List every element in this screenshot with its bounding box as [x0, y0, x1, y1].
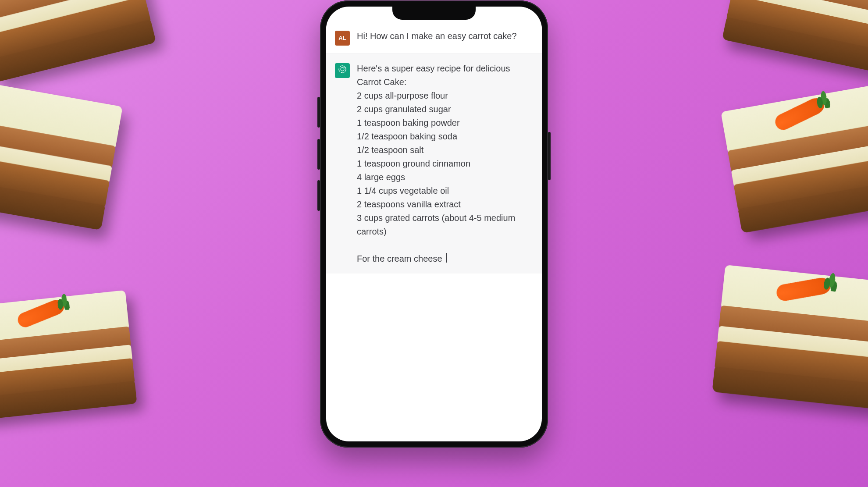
assistant-message-text: Here's a super easy recipe for delicious…: [357, 62, 532, 266]
ingredient-line: 1/2 teaspoon salt: [357, 143, 532, 157]
user-avatar: AL: [335, 31, 350, 46]
cake-slice: [721, 82, 868, 233]
user-message-text: Hi! How can I make an easy carrot cake?: [357, 29, 532, 46]
cake-slice: [0, 77, 123, 230]
chat-thread[interactable]: AL Hi! How can I make an easy carrot cak…: [326, 7, 542, 441]
cake-slice: [0, 0, 156, 82]
message-assistant: Here's a super easy recipe for delicious…: [326, 53, 542, 274]
typing-cursor-icon: [446, 253, 447, 263]
assistant-avatar: [335, 63, 350, 78]
ingredient-line: 2 teaspoons vanilla extract: [357, 198, 532, 211]
svg-point-0: [341, 68, 344, 71]
ingredient-line: 2 cups all-purpose flour: [357, 89, 532, 103]
phone-screen[interactable]: AL Hi! How can I make an easy carrot cak…: [326, 7, 542, 441]
cake-slice: [712, 265, 868, 410]
cake-slice: [722, 0, 868, 72]
ingredient-line: 1 teaspoon ground cinnamon: [357, 157, 532, 171]
assistant-intro: Here's a super easy recipe for delicious…: [357, 62, 532, 89]
phone-notch: [392, 7, 476, 20]
phone-frame: AL Hi! How can I make an easy carrot cak…: [320, 0, 548, 448]
ingredient-line: 1 teaspoon baking powder: [357, 116, 532, 130]
ingredient-line: 4 large eggs: [357, 171, 532, 184]
ingredient-line: 1 1/4 cups vegetable oil: [357, 184, 532, 198]
ingredient-line: 1/2 teaspoon baking soda: [357, 130, 532, 143]
message-user: AL Hi! How can I make an easy carrot cak…: [326, 21, 542, 53]
ingredient-line: 3 cups grated carrots (about 4-5 medium …: [357, 211, 532, 238]
blank-line: [357, 238, 532, 252]
openai-icon: [338, 64, 347, 77]
cake-slice: [0, 290, 137, 420]
assistant-continuation: For the cream cheese: [357, 252, 532, 266]
ingredient-line: 2 cups granulated sugar: [357, 103, 532, 116]
